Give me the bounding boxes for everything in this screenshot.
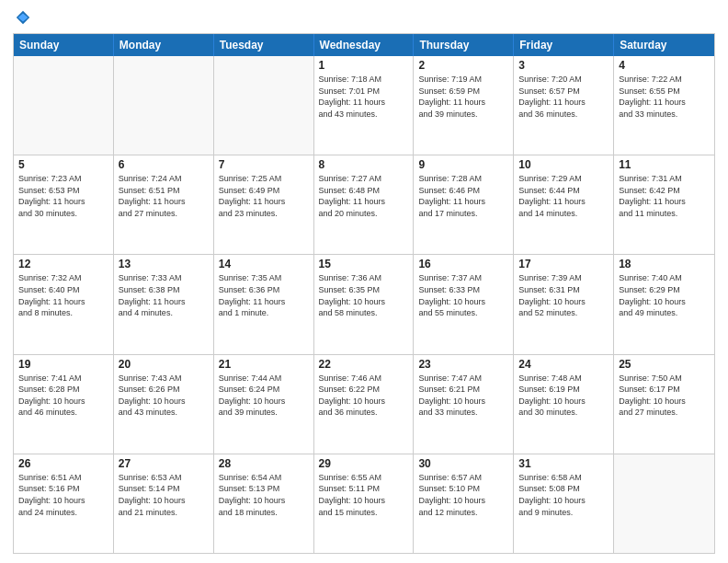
cell-info: Sunrise: 7:31 AM Sunset: 6:42 PM Dayligh… bbox=[619, 173, 710, 219]
calendar-header-row: SundayMondayTuesdayWednesdayThursdayFrid… bbox=[14, 34, 714, 56]
day-number: 21 bbox=[219, 358, 309, 371]
cell-info: Sunrise: 7:24 AM Sunset: 6:51 PM Dayligh… bbox=[119, 173, 209, 219]
cell-info: Sunrise: 6:51 AM Sunset: 5:16 PM Dayligh… bbox=[18, 472, 108, 518]
cell-info: Sunrise: 7:41 AM Sunset: 6:28 PM Dayligh… bbox=[18, 373, 108, 419]
cell-info: Sunrise: 6:58 AM Sunset: 5:08 PM Dayligh… bbox=[518, 472, 609, 518]
cell-info: Sunrise: 6:54 AM Sunset: 5:13 PM Dayligh… bbox=[219, 472, 309, 518]
day-number: 3 bbox=[518, 59, 609, 72]
day-number: 15 bbox=[319, 258, 409, 270]
logo bbox=[13, 9, 31, 26]
cell-info: Sunrise: 7:47 AM Sunset: 6:21 PM Dayligh… bbox=[418, 373, 508, 419]
calendar-header-cell: Wednesday bbox=[314, 34, 415, 56]
calendar-header-cell: Friday bbox=[514, 34, 614, 56]
calendar-row: 19Sunrise: 7:41 AM Sunset: 6:28 PM Dayli… bbox=[14, 354, 714, 454]
day-number: 25 bbox=[619, 358, 710, 371]
cell-info: Sunrise: 7:25 AM Sunset: 6:49 PM Dayligh… bbox=[219, 173, 309, 219]
calendar-cell: 6Sunrise: 7:24 AM Sunset: 6:51 PM Daylig… bbox=[114, 155, 214, 254]
day-number: 4 bbox=[619, 59, 710, 72]
cell-info: Sunrise: 7:32 AM Sunset: 6:40 PM Dayligh… bbox=[18, 272, 108, 318]
day-number: 26 bbox=[18, 457, 108, 470]
calendar-header-cell: Monday bbox=[114, 34, 214, 56]
calendar-cell-empty bbox=[114, 56, 214, 155]
calendar-row: 1Sunrise: 7:18 AM Sunset: 7:01 PM Daylig… bbox=[14, 56, 714, 155]
calendar-body: 1Sunrise: 7:18 AM Sunset: 7:01 PM Daylig… bbox=[14, 56, 714, 553]
calendar-cell: 1Sunrise: 7:18 AM Sunset: 7:01 PM Daylig… bbox=[314, 56, 415, 155]
calendar-cell-empty bbox=[14, 56, 114, 155]
calendar-cell: 23Sunrise: 7:47 AM Sunset: 6:21 PM Dayli… bbox=[414, 355, 514, 454]
day-number: 17 bbox=[518, 258, 609, 270]
cell-info: Sunrise: 6:57 AM Sunset: 5:10 PM Dayligh… bbox=[418, 472, 508, 518]
day-number: 14 bbox=[219, 258, 309, 270]
day-number: 2 bbox=[418, 59, 508, 72]
cell-info: Sunrise: 7:29 AM Sunset: 6:44 PM Dayligh… bbox=[518, 173, 609, 219]
day-number: 19 bbox=[18, 358, 108, 371]
calendar-cell: 21Sunrise: 7:44 AM Sunset: 6:24 PM Dayli… bbox=[214, 355, 314, 454]
cell-info: Sunrise: 7:28 AM Sunset: 6:46 PM Dayligh… bbox=[418, 173, 508, 219]
day-number: 9 bbox=[418, 158, 508, 171]
day-number: 27 bbox=[119, 457, 209, 470]
cell-info: Sunrise: 6:55 AM Sunset: 5:11 PM Dayligh… bbox=[319, 472, 409, 518]
day-number: 18 bbox=[619, 258, 710, 270]
cell-info: Sunrise: 7:35 AM Sunset: 6:36 PM Dayligh… bbox=[219, 272, 309, 318]
calendar-cell: 15Sunrise: 7:36 AM Sunset: 6:35 PM Dayli… bbox=[314, 255, 415, 353]
calendar-cell: 2Sunrise: 7:19 AM Sunset: 6:59 PM Daylig… bbox=[414, 56, 514, 155]
calendar-cell: 26Sunrise: 6:51 AM Sunset: 5:16 PM Dayli… bbox=[14, 454, 114, 553]
calendar-cell: 4Sunrise: 7:22 AM Sunset: 6:55 PM Daylig… bbox=[614, 56, 714, 155]
calendar-cell: 20Sunrise: 7:43 AM Sunset: 6:26 PM Dayli… bbox=[114, 355, 214, 454]
calendar-cell: 19Sunrise: 7:41 AM Sunset: 6:28 PM Dayli… bbox=[14, 355, 114, 454]
cell-info: Sunrise: 7:44 AM Sunset: 6:24 PM Dayligh… bbox=[219, 373, 309, 419]
day-number: 10 bbox=[518, 158, 609, 171]
day-number: 7 bbox=[219, 158, 309, 171]
calendar-cell: 25Sunrise: 7:50 AM Sunset: 6:17 PM Dayli… bbox=[614, 355, 714, 454]
calendar-header-cell: Saturday bbox=[614, 34, 714, 56]
cell-info: Sunrise: 7:37 AM Sunset: 6:33 PM Dayligh… bbox=[418, 272, 508, 318]
calendar: SundayMondayTuesdayWednesdayThursdayFrid… bbox=[13, 33, 715, 554]
day-number: 1 bbox=[319, 59, 409, 72]
calendar-cell: 3Sunrise: 7:20 AM Sunset: 6:57 PM Daylig… bbox=[514, 56, 614, 155]
calendar-cell: 16Sunrise: 7:37 AM Sunset: 6:33 PM Dayli… bbox=[414, 255, 514, 353]
calendar-cell-empty bbox=[614, 454, 714, 553]
day-number: 6 bbox=[119, 158, 209, 171]
header bbox=[13, 9, 715, 26]
cell-info: Sunrise: 7:39 AM Sunset: 6:31 PM Dayligh… bbox=[518, 272, 609, 318]
day-number: 30 bbox=[418, 457, 508, 470]
cell-info: Sunrise: 7:50 AM Sunset: 6:17 PM Dayligh… bbox=[619, 373, 710, 419]
calendar-cell: 10Sunrise: 7:29 AM Sunset: 6:44 PM Dayli… bbox=[514, 155, 614, 254]
cell-info: Sunrise: 7:22 AM Sunset: 6:55 PM Dayligh… bbox=[619, 74, 710, 120]
cell-info: Sunrise: 7:33 AM Sunset: 6:38 PM Dayligh… bbox=[119, 272, 209, 318]
calendar-cell: 7Sunrise: 7:25 AM Sunset: 6:49 PM Daylig… bbox=[214, 155, 314, 254]
cell-info: Sunrise: 7:19 AM Sunset: 6:59 PM Dayligh… bbox=[418, 74, 508, 120]
calendar-row: 26Sunrise: 6:51 AM Sunset: 5:16 PM Dayli… bbox=[14, 454, 714, 553]
day-number: 5 bbox=[18, 158, 108, 171]
day-number: 23 bbox=[418, 358, 508, 371]
calendar-header-cell: Sunday bbox=[14, 34, 114, 56]
day-number: 28 bbox=[219, 457, 309, 470]
cell-info: Sunrise: 7:20 AM Sunset: 6:57 PM Dayligh… bbox=[518, 74, 609, 120]
cell-info: Sunrise: 7:27 AM Sunset: 6:48 PM Dayligh… bbox=[319, 173, 409, 219]
calendar-cell: 27Sunrise: 6:53 AM Sunset: 5:14 PM Dayli… bbox=[114, 454, 214, 553]
day-number: 22 bbox=[319, 358, 409, 371]
calendar-cell: 8Sunrise: 7:27 AM Sunset: 6:48 PM Daylig… bbox=[314, 155, 415, 254]
cell-info: Sunrise: 7:23 AM Sunset: 6:53 PM Dayligh… bbox=[18, 173, 108, 219]
calendar-cell: 18Sunrise: 7:40 AM Sunset: 6:29 PM Dayli… bbox=[614, 255, 714, 353]
calendar-cell: 14Sunrise: 7:35 AM Sunset: 6:36 PM Dayli… bbox=[214, 255, 314, 353]
page: SundayMondayTuesdayWednesdayThursdayFrid… bbox=[0, 0, 728, 563]
cell-info: Sunrise: 7:48 AM Sunset: 6:19 PM Dayligh… bbox=[518, 373, 609, 419]
cell-info: Sunrise: 7:40 AM Sunset: 6:29 PM Dayligh… bbox=[619, 272, 710, 318]
day-number: 24 bbox=[518, 358, 609, 371]
logo-icon bbox=[15, 9, 31, 26]
day-number: 20 bbox=[119, 358, 209, 371]
calendar-header-cell: Tuesday bbox=[214, 34, 314, 56]
cell-info: Sunrise: 6:53 AM Sunset: 5:14 PM Dayligh… bbox=[119, 472, 209, 518]
calendar-cell: 9Sunrise: 7:28 AM Sunset: 6:46 PM Daylig… bbox=[414, 155, 514, 254]
day-number: 12 bbox=[18, 258, 108, 270]
day-number: 16 bbox=[418, 258, 508, 270]
cell-info: Sunrise: 7:36 AM Sunset: 6:35 PM Dayligh… bbox=[319, 272, 409, 318]
calendar-row: 12Sunrise: 7:32 AM Sunset: 6:40 PM Dayli… bbox=[14, 254, 714, 353]
cell-info: Sunrise: 7:46 AM Sunset: 6:22 PM Dayligh… bbox=[319, 373, 409, 419]
day-number: 29 bbox=[319, 457, 409, 470]
calendar-cell: 29Sunrise: 6:55 AM Sunset: 5:11 PM Dayli… bbox=[314, 454, 415, 553]
day-number: 13 bbox=[119, 258, 209, 270]
calendar-cell: 5Sunrise: 7:23 AM Sunset: 6:53 PM Daylig… bbox=[14, 155, 114, 254]
calendar-cell: 24Sunrise: 7:48 AM Sunset: 6:19 PM Dayli… bbox=[514, 355, 614, 454]
